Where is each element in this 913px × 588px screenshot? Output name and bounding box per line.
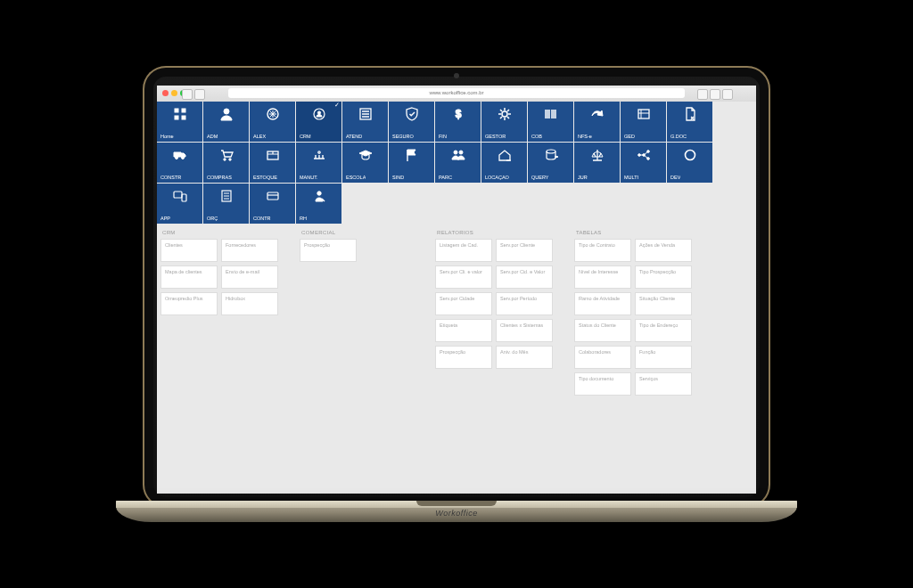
laptop-frame: www.workoffice.com.br HomeADMALEX✓CRMATE…	[143, 66, 770, 508]
brain-icon	[250, 107, 295, 125]
barcode-icon	[528, 107, 573, 125]
tile-label: ORÇ	[207, 216, 218, 222]
section-cards: Listagem de Cad.Serv.por ClienteServ.por…	[435, 239, 567, 372]
nav-tile-sind[interactable]: SIND	[389, 143, 434, 183]
nav-tile-loca-o[interactable]: LOCAÇÃO	[481, 143, 527, 183]
tile-label: ESCOLA	[346, 176, 366, 181]
nav-tile-home[interactable]: Home	[157, 102, 202, 142]
menu-card[interactable]: Envio de e-mail	[221, 265, 278, 289]
nav-tile-query[interactable]: QUERY	[528, 143, 573, 183]
box-icon	[250, 148, 295, 166]
menu-card[interactable]: Clientes x Sistemas	[496, 319, 553, 342]
grad-icon	[342, 148, 388, 166]
menu-card[interactable]: Listagem de Cad.	[435, 239, 492, 262]
nav-tile-parc[interactable]: PARC	[435, 143, 481, 183]
cart-icon	[203, 148, 249, 166]
user-icon	[203, 107, 249, 125]
section-title: CRM	[162, 230, 291, 235]
tile-label: COMPRAS	[207, 176, 232, 181]
menu-card[interactable]: Serv.por Cliente	[496, 239, 553, 262]
menu-card[interactable]: Situação Cliente	[635, 292, 692, 315]
share-button[interactable]	[697, 89, 708, 100]
tile-label: QUERY	[531, 176, 548, 181]
menu-card[interactable]: Prospecção	[300, 239, 357, 262]
minimize-window-icon[interactable]	[171, 90, 177, 96]
nav-tile-atend[interactable]: ATEND	[342, 102, 388, 142]
menu-card[interactable]: Colaboradores	[574, 346, 631, 369]
laptop-brand-label: Workoffice	[116, 509, 797, 518]
nav-tile-constr[interactable]: CONSTR	[157, 143, 202, 183]
nav-tile-escola[interactable]: ESCOLA	[342, 143, 388, 183]
menu-card[interactable]: Serviços	[635, 372, 692, 396]
tabs-button[interactable]	[722, 89, 733, 100]
nav-back-button[interactable]	[182, 89, 193, 100]
people-icon	[435, 148, 481, 166]
menu-card[interactable]: Serv.por Período	[496, 292, 553, 315]
nav-tile-compras[interactable]: COMPRAS	[203, 143, 249, 183]
menu-card[interactable]: Prospecção	[435, 346, 492, 369]
menu-card[interactable]: Aniv. do Mês	[496, 346, 553, 369]
menu-card[interactable]: Fornecedores	[221, 239, 278, 262]
tile-label: ADM	[207, 135, 218, 140]
menu-card[interactable]: Nível de Interesse	[574, 265, 631, 289]
nav-tile-contr[interactable]: CONTR	[250, 184, 295, 224]
menu-card[interactable]: Clientes	[160, 239, 218, 262]
menu-card[interactable]: Omeupredio Plus	[160, 292, 218, 315]
nav-tile-seguro[interactable]: SEGURO	[389, 102, 434, 142]
doc-icon	[667, 107, 712, 125]
nav-tile-cob[interactable]: COB	[528, 102, 573, 142]
reload-button[interactable]	[710, 89, 720, 100]
tile-label: COB	[531, 135, 542, 140]
tile-label: MULTI	[624, 176, 638, 181]
nav-tile-adm[interactable]: ADM	[203, 102, 249, 142]
menu-card[interactable]: Função	[635, 346, 692, 369]
menu-card[interactable]: Tipo de Endereço	[635, 319, 692, 342]
menu-card[interactable]: Serv.por Cid. e Valor	[496, 265, 553, 289]
menu-card[interactable]: Tipo documento	[574, 372, 631, 396]
menu-card[interactable]: Status do Cliente	[574, 319, 631, 342]
address-bar[interactable]: www.workoffice.com.br	[228, 88, 685, 98]
nav-tile-or-[interactable]: ORÇ	[203, 184, 249, 224]
close-window-icon[interactable]	[162, 90, 169, 96]
submenu-sections: CRMClientesFornecedoresMapa de clientesE…	[157, 225, 756, 399]
sheet-icon	[203, 189, 249, 207]
nav-tile-rh[interactable]: RH	[296, 184, 341, 224]
nav-tile-nfs-e[interactable]: NFS-e	[574, 102, 620, 142]
nav-tile-g-doc[interactable]: G.DOC	[667, 102, 712, 142]
section-relatorios: RELATORIOSListagem de Cad.Serv.por Clien…	[435, 228, 567, 372]
nav-tile-crm[interactable]: ✓CRM	[296, 102, 341, 142]
nav-tile-manut-[interactable]: MANUT.	[296, 143, 341, 183]
tile-label: ALEX	[253, 135, 266, 140]
tile-label: NFS-e	[578, 135, 592, 140]
menu-card[interactable]: Serv.por Cidade	[435, 292, 492, 315]
house-icon	[481, 148, 527, 166]
tile-label: CRM	[300, 135, 311, 140]
menu-card[interactable]: Hidrobox	[221, 292, 278, 315]
tile-label: CONSTR	[160, 176, 181, 181]
nav-tile-jur[interactable]: JUR	[574, 143, 620, 183]
nav-tile-multi[interactable]: MULTI	[621, 143, 666, 183]
tile-label: MANUT.	[300, 176, 317, 181]
tile-label: LOCAÇÃO	[485, 176, 509, 181]
nav-tile-fin[interactable]: FIN	[435, 102, 481, 142]
nav-tile-gestor[interactable]: GESTOR	[481, 102, 527, 142]
nav-tile-estoque[interactable]: ESTOQUE	[250, 143, 295, 183]
menu-card[interactable]: Serv.por Cli. e valor	[435, 265, 492, 289]
tile-label: RH	[300, 216, 307, 222]
nav-tile-app[interactable]: APP	[157, 184, 202, 224]
tile-label: APP	[160, 216, 170, 222]
tile-label: SIND	[392, 176, 404, 181]
section-spacer	[378, 228, 428, 233]
nav-tile-ged[interactable]: GED	[621, 102, 666, 142]
menu-card[interactable]: Tipo de Contrato	[574, 239, 631, 262]
menu-card[interactable]: Ramo de Atividade	[574, 292, 631, 315]
nav-forward-button[interactable]	[194, 89, 205, 100]
menu-card[interactable]: Tipo Prospecção	[635, 265, 692, 289]
menu-card[interactable]: Mapa de clientes	[160, 265, 218, 289]
menu-card[interactable]: Etiqueta	[435, 319, 492, 342]
nav-tile-dev[interactable]: DEV	[667, 143, 712, 183]
nav-tile-alex[interactable]: ALEX	[250, 102, 295, 142]
laptop-notch	[416, 501, 497, 506]
shield-icon	[389, 107, 434, 125]
menu-card[interactable]: Ações de Venda	[635, 239, 692, 262]
